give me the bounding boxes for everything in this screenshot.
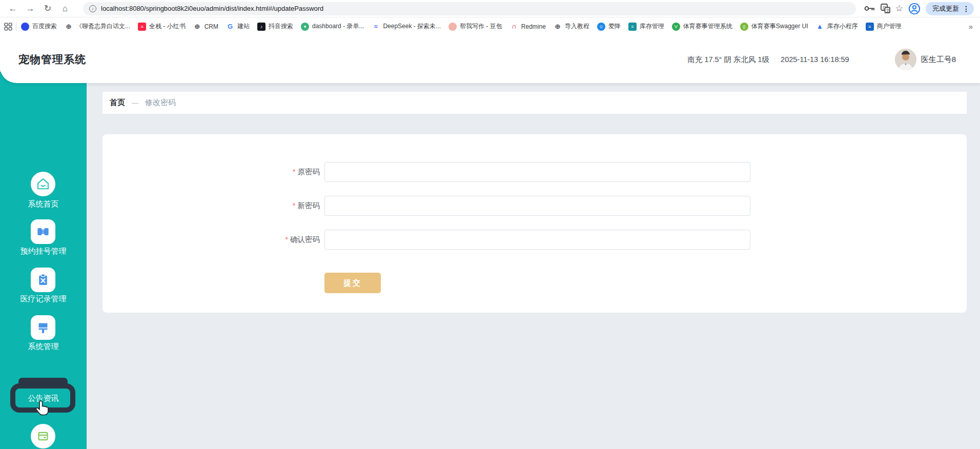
bookmark-star-icon[interactable]: ☆	[895, 3, 903, 14]
bookmark-item[interactable]: 帮我写作 - 豆包	[448, 22, 502, 31]
miniprogram-favicon: ▲	[816, 23, 824, 31]
forward-icon: →	[26, 4, 35, 14]
bookmark-item[interactable]: V体育赛事管理系统	[672, 22, 732, 31]
bookmark-item[interactable]: ⊕《聊斋志异白话文...	[65, 22, 130, 31]
bookmark-item[interactable]: 百度搜索	[21, 22, 57, 31]
bookmark-item[interactable]: {}体育赛事Swagger UI	[740, 22, 808, 31]
redmine-favicon: ∩	[510, 23, 518, 31]
bookmarks-bar: 百度搜索 ⊕《聊斋志异白话文... ≡全栈 - 小红书 ⊕CRM G建站 ♪抖音…	[0, 17, 980, 35]
home-icon: ⌂	[63, 4, 68, 14]
smiley-favicon: ☺	[597, 23, 605, 31]
form-row-old-password: *原密码	[103, 162, 967, 182]
sidebar-item-label: 医疗记录管理	[0, 294, 87, 304]
brush-icon	[31, 315, 55, 340]
deepseek-favicon: ≈	[372, 23, 380, 31]
form-row-confirm-password: *确认密码	[103, 230, 967, 250]
browser-chrome: ← → ↻ ⌂ i localhost:8080/springboot8k2i0…	[0, 0, 980, 36]
bookmark-item[interactable]: G建站	[226, 22, 250, 31]
bookmark-label: 库存小程序	[827, 22, 858, 31]
url-text[interactable]: localhost:8080/springboot8k2i0euo/admin/…	[101, 5, 323, 12]
douyin-favicon: ♪	[257, 23, 266, 31]
bookmark-item[interactable]: ☺爱降	[597, 22, 621, 31]
dashboard-favicon: ▾	[301, 23, 309, 31]
confirm-password-input[interactable]	[324, 230, 750, 250]
baidu-favicon	[21, 23, 29, 31]
globe-favicon: ⊕	[65, 23, 73, 31]
breadcrumb-home-link[interactable]: 首页	[110, 98, 125, 108]
bookmark-label: 全栈 - 小红书	[149, 22, 186, 31]
avatar[interactable]	[895, 49, 916, 70]
bookmark-label: 库存管理	[640, 22, 664, 31]
reload-button[interactable]: ↻	[39, 2, 56, 16]
bookmark-item[interactable]: ≈DeepSeek - 探索未...	[372, 22, 441, 31]
merchant-favicon: ≡	[866, 23, 874, 31]
bookmark-label: Redmine	[521, 23, 546, 30]
bookmark-item[interactable]: ⊕导入教程	[554, 22, 589, 31]
bookmark-item[interactable]: ♪抖音搜索	[257, 22, 293, 31]
mouse-cursor-icon	[36, 400, 49, 418]
sidebar-item-label: 系统首页	[0, 199, 87, 209]
bookmark-item[interactable]: ▲库存小程序	[816, 22, 858, 31]
header-right: 南充 17.5° 阴 东北风 1级 2025-11-13 16:18:59 医生…	[687, 49, 956, 70]
apps-grid-icon[interactable]	[4, 23, 12, 31]
globe-favicon: ⊕	[554, 23, 562, 31]
translate-icon[interactable]: G文	[881, 4, 890, 13]
bookmarks-overflow-chevron[interactable]: »	[969, 22, 975, 31]
bookmark-label: 商户管理	[877, 22, 902, 31]
clipboard-x-icon	[31, 268, 55, 292]
username-text: 医生工号8	[921, 55, 956, 65]
home-button[interactable]: ⌂	[56, 2, 74, 16]
wallet-card-icon	[31, 424, 55, 448]
bookmark-label: 帮我写作 - 豆包	[460, 22, 502, 31]
sports-favicon: V	[672, 23, 680, 31]
bookmark-item[interactable]: ≡商户管理	[866, 22, 902, 31]
toolbar-right-icons: G文 ☆ 完成更新 ⋮	[864, 2, 974, 15]
bookmark-item[interactable]: ⊕CRM	[193, 23, 218, 31]
bookmark-item[interactable]: ≡库存管理	[628, 22, 664, 31]
doubao-favicon	[448, 23, 457, 31]
bookmark-label: DeepSeek - 探索未...	[383, 22, 441, 31]
update-label: 完成更新	[932, 4, 959, 13]
g-favicon: G	[226, 23, 234, 31]
profile-icon[interactable]	[908, 3, 921, 15]
new-password-input[interactable]	[324, 196, 750, 216]
back-button[interactable]: ←	[4, 2, 22, 16]
back-icon: ←	[9, 4, 17, 14]
breadcrumb-separator: —	[132, 99, 138, 107]
old-password-input[interactable]	[324, 162, 750, 182]
form-row-new-password: *新密码	[103, 196, 967, 216]
bookmark-label: 《聊斋志异白话文...	[76, 22, 130, 31]
bookmark-label: CRM	[205, 23, 218, 30]
required-asterisk: *	[293, 168, 296, 176]
breadcrumb: 首页 — 修改密码	[103, 92, 967, 114]
bookmark-label: 体育赛事Swagger UI	[751, 22, 808, 31]
password-key-icon[interactable]	[864, 5, 875, 12]
bookmark-label: 百度搜索	[32, 22, 57, 31]
bookmark-item[interactable]: ≡全栈 - 小红书	[138, 22, 186, 31]
weather-text: 南充 17.5° 阴 东北风 1级	[687, 55, 769, 65]
submit-button[interactable]: 提交	[324, 273, 381, 293]
xiaohongshu-favicon: ≡	[138, 23, 146, 31]
more-menu-icon[interactable]: ⋮	[963, 5, 970, 13]
bookmark-item[interactable]: ∩Redmine	[510, 23, 546, 31]
bookmark-label: 抖音搜索	[269, 22, 293, 31]
breadcrumb-current: 修改密码	[145, 98, 176, 108]
bookmark-label: dashboard - 录单...	[312, 22, 364, 31]
browser-update-button[interactable]: 完成更新 ⋮	[926, 2, 974, 15]
datetime-text: 2025-11-13 16:18:59	[781, 55, 849, 64]
sidebar: 系统首页 预约挂号管理 医疗记录管理 系统管理 公告资讯 个人中心	[0, 72, 87, 449]
confirm-password-label: *确认密码	[103, 230, 320, 250]
bookmark-label: 建站	[237, 22, 250, 31]
update-password-card: *原密码 *新密码 *确认密码 提交	[103, 134, 967, 313]
reload-icon: ↻	[44, 3, 51, 14]
sidebar-item-label: 系统管理	[0, 342, 87, 352]
site-info-icon[interactable]: i	[89, 5, 96, 12]
globe-favicon: ⊕	[193, 23, 201, 31]
address-bar[interactable]: i localhost:8080/springboot8k2i0euo/admi…	[83, 2, 856, 15]
sidebar-item-label: 预约挂号管理	[0, 247, 87, 256]
app-title: 宠物管理系统	[18, 52, 86, 67]
bookmark-item[interactable]: ▾dashboard - 录单...	[301, 22, 364, 31]
bookmark-label: 体育赛事管理系统	[683, 22, 732, 31]
forward-button[interactable]: →	[22, 2, 39, 16]
required-asterisk: *	[293, 201, 296, 210]
